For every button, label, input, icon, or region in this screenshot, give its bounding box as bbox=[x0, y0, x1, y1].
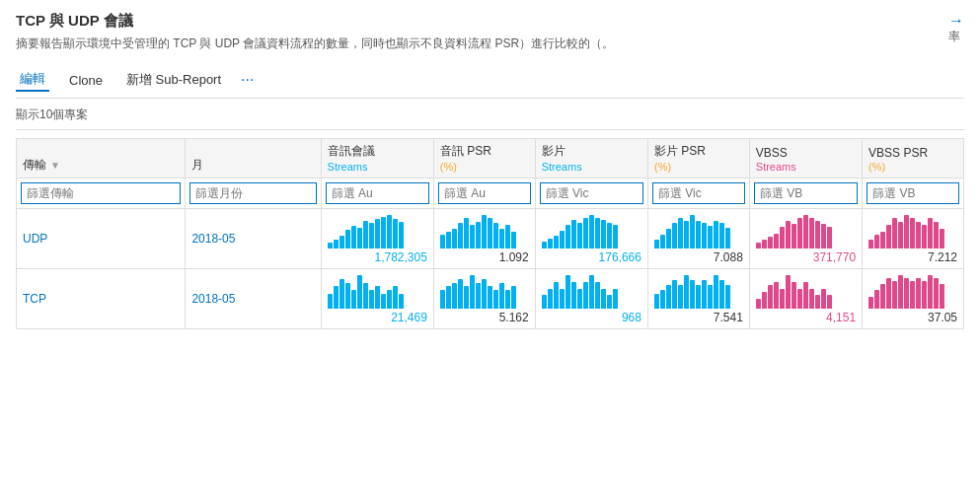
page-title: TCP 與 UDP 會議 bbox=[16, 12, 133, 31]
cell-video-streams: 968 bbox=[535, 269, 647, 329]
desc-suffix: 率 bbox=[948, 28, 960, 45]
filter-audio-input[interactable] bbox=[326, 182, 429, 204]
cell-video-streams: 176,666 bbox=[535, 209, 647, 269]
cell-month: 2018-05 bbox=[186, 209, 321, 269]
cell-vbss-psr: 37.05 bbox=[863, 269, 964, 329]
add-sub-report-button[interactable]: 新增 Sub-Report bbox=[122, 69, 225, 91]
filter-apsr-cell bbox=[433, 178, 535, 209]
cell-vbss-streams: 4,151 bbox=[749, 269, 862, 329]
filter-vbss-cell bbox=[749, 178, 862, 209]
table-row: TCP2018-0521,4695.1629687.5414,15137.05 bbox=[17, 269, 964, 329]
toolbar: 編輯 Clone 新增 Sub-Report ··· bbox=[16, 68, 964, 99]
sort-icon-transport[interactable]: ▼ bbox=[50, 160, 60, 171]
cell-video-psr: 7.541 bbox=[647, 269, 749, 329]
filter-row bbox=[17, 178, 964, 209]
table-row: UDP2018-051,782,3051.092176,6667.088371,… bbox=[17, 209, 964, 269]
cell-video-psr: 7.088 bbox=[647, 209, 749, 269]
th-audio-psr: 音訊 PSR (%) bbox=[433, 139, 535, 178]
filter-bpsr-input[interactable] bbox=[867, 182, 959, 204]
filter-month-cell bbox=[186, 178, 321, 209]
filter-month-input[interactable] bbox=[189, 182, 316, 204]
display-label: 顯示10個專案 bbox=[16, 106, 964, 130]
th-audio-streams: 音訊會議 Streams bbox=[321, 139, 433, 178]
cell-vbss-psr: 7.212 bbox=[863, 209, 964, 269]
filter-video-input[interactable] bbox=[540, 182, 643, 204]
cell-audio-streams: 21,469 bbox=[321, 269, 433, 329]
th-vbss-streams: VBSS Streams bbox=[749, 139, 862, 178]
th-month: 月 bbox=[186, 139, 321, 178]
more-options-button[interactable]: ··· bbox=[241, 71, 254, 89]
page-description: 摘要報告顯示環境中受管理的 TCP 與 UDP 會議資料流程的數量，同時也顯示不… bbox=[16, 35, 707, 52]
data-table: 傳輸 ▼ 月 音訊會議 Streams 音訊 PSR (%) 影片 S bbox=[16, 138, 964, 329]
filter-vpsr-input[interactable] bbox=[652, 182, 745, 204]
filter-transport-input[interactable] bbox=[21, 182, 181, 204]
th-vbss-psr: VBSS PSR (%) bbox=[863, 139, 964, 178]
cell-audio-psr: 5.162 bbox=[433, 269, 535, 329]
filter-apsr-input[interactable] bbox=[438, 182, 531, 204]
th-video-psr: 影片 PSR (%) bbox=[647, 139, 749, 178]
filter-transport-cell bbox=[17, 178, 186, 209]
cell-transport: TCP bbox=[17, 269, 186, 329]
filter-bpsr-cell bbox=[863, 178, 964, 209]
th-video-streams: 影片 Streams bbox=[535, 139, 647, 178]
cell-audio-psr: 1.092 bbox=[433, 209, 535, 269]
th-transport: 傳輸 ▼ bbox=[17, 139, 186, 178]
filter-vbss-input[interactable] bbox=[754, 182, 858, 204]
filter-video-cell bbox=[535, 178, 647, 209]
cell-transport: UDP bbox=[17, 209, 186, 269]
cell-vbss-streams: 371,770 bbox=[749, 209, 862, 269]
filter-vpsr-cell bbox=[647, 178, 749, 209]
filter-audio-cell bbox=[321, 178, 433, 209]
cell-month: 2018-05 bbox=[186, 269, 321, 329]
clone-button[interactable]: Clone bbox=[65, 71, 107, 90]
edit-button[interactable]: 編輯 bbox=[16, 68, 49, 92]
cell-audio-streams: 1,782,305 bbox=[321, 209, 433, 269]
